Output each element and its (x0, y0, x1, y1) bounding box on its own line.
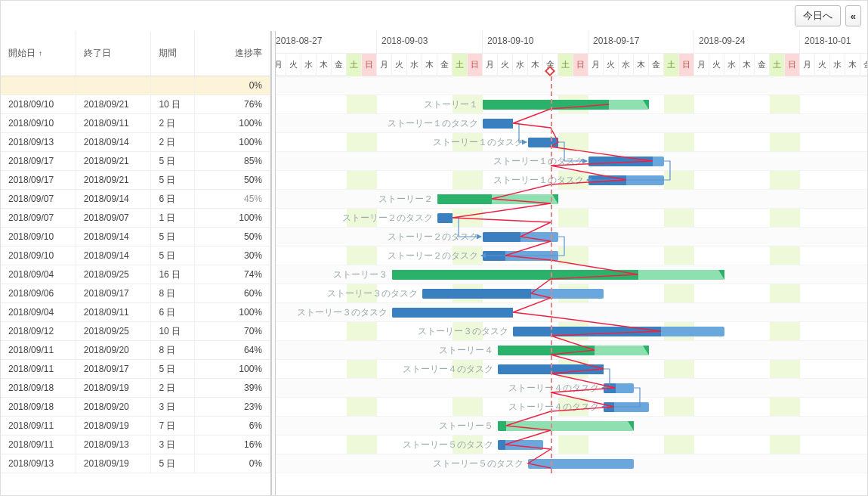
task-bar[interactable] (483, 119, 513, 129)
table-row[interactable]: 2018/09/042018/09/2516 日74% (1, 265, 270, 284)
task-bar[interactable] (528, 138, 558, 147)
cell: 2018/09/17 (76, 360, 152, 378)
cell: 6 日 (151, 303, 195, 321)
day-cell: 月 (377, 54, 392, 76)
gantt-row: ストーリー４のタスク (271, 379, 867, 398)
cell: 2018/09/14 (76, 190, 152, 208)
bar-label: ストーリー３のタスク (271, 287, 418, 300)
col-progress[interactable]: 進捗率 (195, 31, 270, 76)
day-cell: 月 (800, 54, 815, 76)
cell: 16% (195, 436, 270, 454)
day-cell: 木 (528, 54, 543, 76)
task-bar[interactable] (588, 157, 664, 166)
cell: 60% (195, 284, 270, 302)
gantt-row: ストーリー１のタスク (271, 152, 867, 171)
bar-label: ストーリー２ (271, 193, 433, 206)
task-bar[interactable] (513, 327, 724, 336)
day-cell: 金 (860, 54, 867, 76)
table-row[interactable]: 2018/09/072018/09/071 日100% (1, 209, 270, 228)
cell: 5 日 (151, 360, 195, 378)
cell: 2018/09/20 (76, 398, 152, 416)
task-bar[interactable] (392, 308, 513, 318)
toolbar: 今日へ « (795, 5, 861, 26)
task-bar[interactable] (528, 459, 634, 469)
table-row[interactable]: 2018/09/172018/09/215 日50% (1, 171, 270, 190)
cell: 2018/09/18 (1, 379, 76, 397)
table-row[interactable]: 2018/09/102018/09/145 日30% (1, 246, 270, 265)
task-bar[interactable] (422, 289, 604, 299)
progress-fill (588, 175, 626, 185)
table-row[interactable]: 2018/09/172018/09/215 日85% (1, 152, 270, 171)
cell: 45% (195, 190, 270, 208)
cell: 2018/09/11 (1, 436, 76, 454)
cell: 2018/09/20 (76, 341, 152, 359)
story-bar[interactable] (483, 100, 649, 110)
task-bar[interactable] (483, 251, 558, 261)
table-row[interactable]: 0% (1, 76, 270, 95)
cell: 2018/09/06 (1, 284, 76, 302)
cell: 2018/09/19 (76, 454, 152, 473)
cell: 7 日 (151, 417, 195, 435)
table-row[interactable]: 2018/09/072018/09/146 日45% (1, 190, 270, 209)
table-row[interactable]: 2018/09/102018/09/145 日50% (1, 228, 270, 246)
col-duration[interactable]: 期間 (151, 31, 195, 76)
day-cell: 木 (634, 54, 649, 76)
cell: 2018/09/11 (1, 417, 76, 435)
progress-fill (483, 119, 513, 129)
table-row[interactable]: 2018/09/132018/09/195 日0% (1, 454, 270, 473)
table-row[interactable]: 2018/09/112018/09/208 日64% (1, 341, 270, 360)
cell: 6 日 (151, 190, 195, 208)
progress-fill (483, 251, 505, 261)
cell: 2018/09/07 (76, 209, 152, 227)
table-row[interactable]: 2018/09/132018/09/142 日100% (1, 133, 270, 152)
table-row[interactable]: 2018/09/102018/09/2110 日76% (1, 95, 270, 114)
day-cell: 木 (740, 54, 755, 76)
bar-label: ストーリー１のタスク (271, 117, 478, 130)
bar-label: ストーリー５のタスク (271, 457, 524, 470)
task-bar[interactable] (437, 213, 453, 223)
story-bar[interactable] (498, 421, 634, 431)
day-cell: 日 (573, 54, 588, 76)
cell: 74% (195, 265, 270, 284)
cell: 100% (195, 114, 270, 132)
gantt-row: ストーリー５のタスク (271, 436, 867, 454)
gantt-pane[interactable]: 2018-08-272018-09-032018-09-102018-09-17… (271, 31, 867, 496)
pane-divider[interactable] (271, 31, 276, 495)
table-row[interactable]: 2018/09/122018/09/2510 日70% (1, 322, 270, 341)
progress-fill (392, 270, 638, 280)
table-row[interactable]: 2018/09/042018/09/116 日100% (1, 303, 270, 322)
bar-label: ストーリー２のタスク (271, 212, 433, 225)
table-row[interactable]: 2018/09/112018/09/133 日16% (1, 436, 270, 454)
cell: 10 日 (151, 95, 195, 113)
task-bar[interactable] (498, 440, 543, 450)
table-row[interactable]: 2018/09/182018/09/192 日39% (1, 379, 270, 398)
gantt-row: ストーリー１のタスク (271, 133, 867, 152)
cell: 5 日 (151, 228, 195, 246)
table-row[interactable]: 2018/09/112018/09/175 日100% (1, 360, 270, 379)
week-row: 2018-08-272018-09-032018-09-102018-09-17… (271, 31, 867, 54)
task-bar[interactable] (604, 402, 649, 412)
table-row[interactable]: 2018/09/182018/09/203 日23% (1, 398, 270, 417)
col-start[interactable]: 開始日 ↑ (1, 31, 76, 76)
prev-button[interactable]: « (845, 5, 861, 26)
col-end[interactable]: 終了日 (76, 31, 152, 76)
day-row: 月火水木金土日月火水木金土日月火水木金土日月火水木金土日月火水木金土日月火水木金… (271, 54, 867, 76)
task-bar[interactable] (588, 175, 664, 185)
story-bar[interactable] (498, 346, 649, 355)
cell: 2018/09/11 (76, 114, 152, 132)
task-bar[interactable] (604, 383, 634, 393)
day-cell: 金 (437, 54, 453, 76)
today-button[interactable]: 今日へ (795, 5, 841, 26)
cell: 2018/09/12 (1, 322, 76, 340)
cell: 76% (195, 95, 270, 113)
cell: 2018/09/13 (1, 133, 76, 151)
day-cell: 金 (649, 54, 664, 76)
day-cell: 土 (664, 54, 679, 76)
story-bar[interactable] (392, 270, 724, 280)
table-row[interactable]: 2018/09/112018/09/197 日6% (1, 417, 270, 436)
table-row[interactable]: 2018/09/062018/09/178 日60% (1, 284, 270, 303)
cell: 2018/09/19 (76, 379, 152, 397)
story-bar[interactable] (437, 194, 558, 204)
table-row[interactable]: 2018/09/102018/09/112 日100% (1, 114, 270, 133)
task-bar[interactable] (483, 232, 558, 242)
